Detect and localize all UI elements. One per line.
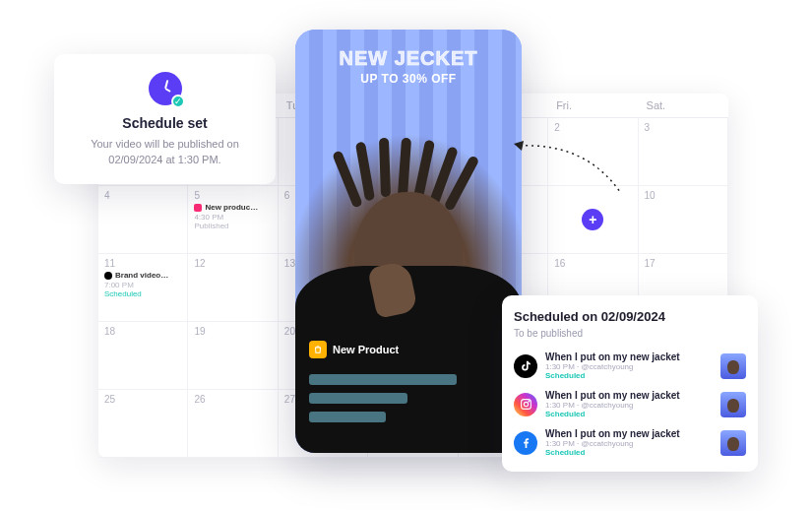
video-preview: NEW JECKET UP TO 30% OFF New Product — [295, 30, 522, 453]
post-thumbnail — [720, 392, 746, 417]
scheduled-posts-panel: Scheduled on 02/09/2024 To be published … — [502, 295, 758, 472]
ad-overlay: NEW JECKET UP TO 30% OFF — [295, 47, 522, 86]
calendar-cell[interactable]: 18 — [98, 322, 188, 390]
post-status: Scheduled — [545, 410, 713, 418]
post-meta: 1:30 PM · @ccatchyoung — [545, 362, 713, 371]
calendar-cell[interactable]: 10 — [639, 186, 728, 254]
event-title: Brand video… — [115, 271, 168, 281]
cell-date: 5 — [194, 190, 200, 201]
facebook-icon — [514, 431, 537, 455]
calendar-event[interactable]: Brand video… 7:00 PM Scheduled — [104, 271, 181, 299]
panel-title: Scheduled on 02/09/2024 — [514, 309, 746, 324]
post-meta: 1:30 PM · @ccatchyoung — [545, 439, 713, 448]
calendar-cell[interactable]: 26 — [188, 390, 278, 458]
post-meta: 1:30 PM · @ccatchyoung — [545, 401, 713, 410]
schedule-card-title: Schedule set — [70, 115, 260, 131]
schedule-confirmation-card: ✓ Schedule set Your video will be publis… — [54, 54, 276, 184]
day-header: Fri. — [548, 94, 638, 117]
post-thumbnail — [720, 430, 746, 456]
event-status: Published — [194, 222, 271, 231]
panel-subtitle: To be published — [514, 328, 746, 339]
calendar-cell[interactable]: 11 Brand video… 7:00 PM Scheduled — [98, 254, 188, 322]
calendar-cell[interactable]: 19 — [188, 322, 278, 390]
event-title: New produc… — [205, 203, 258, 213]
calendar-cell-add[interactable]: + — [548, 186, 638, 254]
tiktok-icon — [514, 354, 537, 378]
event-status: Scheduled — [104, 289, 181, 299]
post-status: Scheduled — [545, 448, 713, 457]
day-header: Sat. — [639, 94, 728, 117]
post-title: When I put on my new jacket — [545, 428, 713, 439]
caption-placeholder — [309, 374, 457, 422]
schedule-card-body: Your video will be published on 02/09/20… — [70, 137, 260, 168]
add-event-button[interactable]: + — [582, 209, 603, 230]
tiktok-dot-icon — [104, 272, 112, 280]
scheduled-item[interactable]: When I put on my new jacket 1:30 PM · @c… — [514, 423, 746, 462]
scheduled-item[interactable]: When I put on my new jacket 1:30 PM · @c… — [514, 347, 746, 385]
post-title: When I put on my new jacket — [545, 351, 713, 362]
svg-point-2 — [524, 402, 528, 406]
scheduled-item[interactable]: When I put on my new jacket 1:30 PM · @c… — [514, 385, 746, 423]
instagram-icon — [514, 393, 537, 416]
calendar-cell[interactable]: 3 — [639, 118, 728, 186]
calendar-cell[interactable]: 12 — [188, 254, 278, 322]
calendar-event[interactable]: New produc… 4:30 PM Published — [194, 203, 271, 231]
clock-check-icon: ✓ — [149, 72, 182, 105]
cell-date: 11 — [104, 258, 115, 269]
post-title: When I put on my new jacket — [545, 390, 713, 401]
calendar-cell[interactable]: 4 — [98, 186, 188, 254]
svg-point-3 — [528, 401, 529, 402]
event-time: 7:00 PM — [104, 281, 181, 290]
event-time: 4:30 PM — [194, 213, 271, 223]
ad-subtitle: UP TO 30% OFF — [295, 72, 522, 86]
product-tag[interactable]: New Product — [309, 341, 399, 358]
product-tag-label: New Product — [333, 344, 399, 355]
ad-title: NEW JECKET — [295, 47, 522, 70]
calendar-cell[interactable]: 25 — [98, 390, 188, 458]
calendar-cell[interactable]: 2 — [548, 118, 638, 186]
calendar-cell[interactable]: 5 New produc… 4:30 PM Published — [188, 186, 278, 254]
instagram-dot-icon — [194, 204, 202, 212]
shopping-bag-icon — [309, 341, 327, 358]
post-status: Scheduled — [545, 371, 713, 380]
post-thumbnail — [720, 353, 746, 379]
